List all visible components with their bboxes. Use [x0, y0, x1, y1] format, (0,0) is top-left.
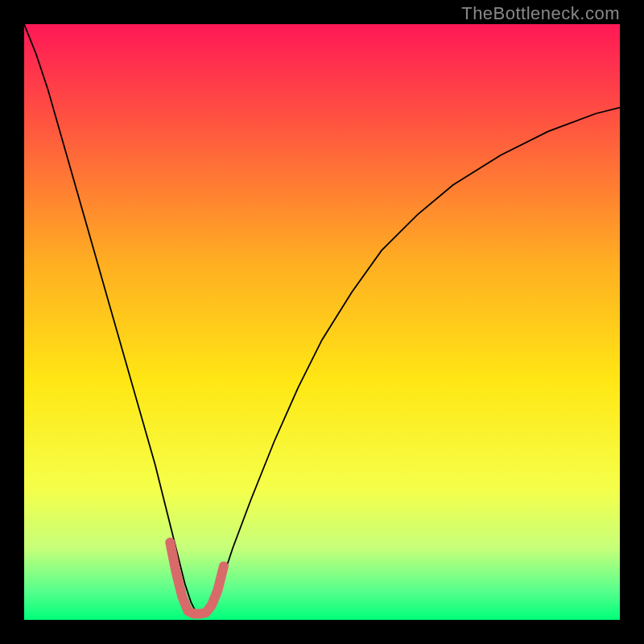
outer-frame: TheBottleneck.com	[0, 0, 644, 644]
plot-area	[24, 24, 620, 620]
gradient-background	[24, 24, 620, 620]
chart-svg	[24, 24, 620, 620]
watermark-text: TheBottleneck.com	[461, 3, 620, 24]
